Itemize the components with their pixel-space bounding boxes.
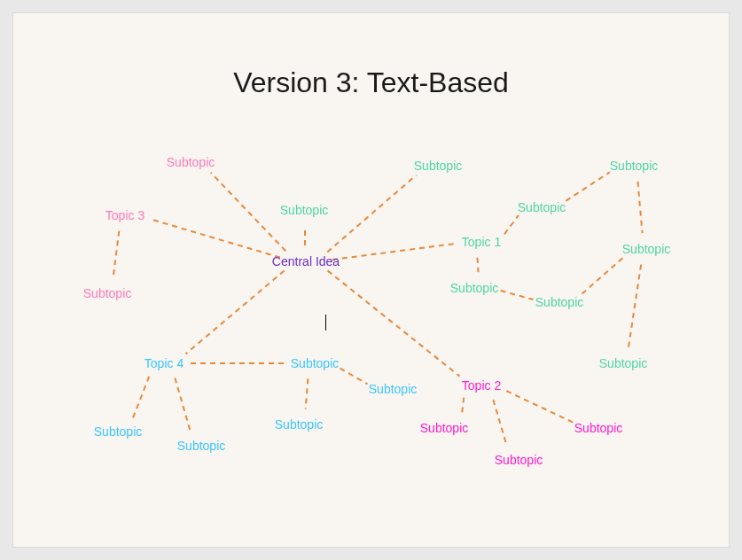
node-t1s3: Subtopic — [610, 159, 658, 173]
node-topic4: Topic 4 — [144, 356, 184, 370]
edge — [306, 378, 309, 408]
node-topic1: Topic 1 — [462, 235, 501, 249]
edge — [501, 291, 534, 299]
node-t2s2: Subtopic — [574, 421, 622, 435]
node-t2s3: Subtopic — [495, 453, 543, 467]
node-t1s2: Subtopic — [518, 200, 566, 214]
mindmap-canvas: Version 3: Text-Based Central IdeaTopic … — [12, 12, 730, 548]
edge — [504, 215, 519, 234]
node-t1s4: Subtopic — [450, 281, 498, 295]
node-subR1: Subtopic — [622, 242, 670, 256]
edge — [637, 182, 642, 233]
edge — [113, 231, 120, 278]
edge — [477, 258, 478, 272]
node-t1floating: Subtopic — [280, 203, 328, 217]
edge — [151, 219, 280, 257]
node-t3s1: Subtopic — [167, 155, 215, 169]
node-topic3: Topic 3 — [105, 208, 144, 222]
edge — [211, 173, 286, 252]
edge — [340, 369, 367, 385]
node-t1s5: Subtopic — [535, 295, 583, 309]
node-t4s3: Subtopic — [275, 417, 323, 432]
node-t4s5: Subtopic — [177, 439, 225, 453]
node-central: Central Idea — [272, 254, 340, 268]
node-t4s1: Subtopic — [291, 356, 339, 370]
node-t3s2: Subtopic — [83, 286, 131, 300]
edge — [462, 398, 464, 416]
edge — [629, 265, 641, 348]
edge — [582, 257, 624, 293]
edge — [332, 244, 455, 260]
node-t4s2: Subtopic — [369, 382, 417, 396]
node-topic2: Topic 2 — [462, 378, 501, 393]
edge — [506, 391, 574, 423]
edge — [185, 271, 284, 354]
edge — [327, 175, 416, 253]
node-t4s4: Subtopic — [94, 424, 142, 439]
node-t1s1: Subtopic — [414, 159, 462, 173]
diagram-title: Version 3: Text-Based — [233, 66, 509, 99]
text-cursor — [325, 315, 326, 331]
edge — [175, 377, 190, 431]
edge — [327, 270, 459, 376]
edge — [493, 400, 506, 446]
node-t2s1: Subtopic — [420, 421, 468, 435]
edge — [566, 172, 609, 200]
node-subR2: Subtopic — [599, 356, 647, 370]
edge — [133, 377, 149, 418]
